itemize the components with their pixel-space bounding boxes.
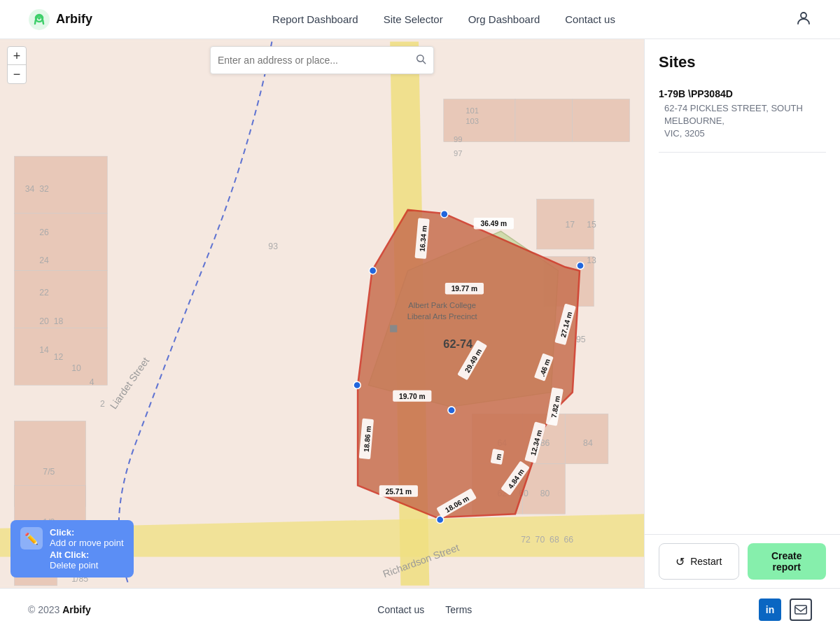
restart-button[interactable]: ↺ Restart [659,543,739,580]
user-icon[interactable] [795,10,812,29]
svg-text:32: 32 [39,184,49,194]
svg-text:13: 13 [587,255,596,265]
footer-social-icons: in [759,598,812,621]
site-address-line2: VIC, 3205 [664,128,705,139]
footer: © 2023 Arbify Contact us Terms in [0,588,840,630]
svg-text:26: 26 [39,227,49,237]
svg-text:18: 18 [54,316,64,326]
svg-text:7/5: 7/5 [43,467,55,477]
svg-text:95: 95 [576,335,586,344]
svg-text:2: 2 [100,399,105,409]
create-report-button[interactable]: Create report [748,543,827,580]
footer-copyright: © 2023 Arbify [28,604,91,615]
svg-rect-15 [14,214,107,271]
nav-site-selector[interactable]: Site Selector [384,13,443,25]
site-item: 1-79B \PP3084D 62-74 PICKLES STREET, SOU… [659,83,826,146]
logo[interactable]: Arbify [28,8,92,31]
pencil-icon: ✏️ [20,527,43,550]
svg-text:17: 17 [566,220,575,230]
site-address: 62-74 PICKLES STREET, SOUTH MELBOURNE, V… [659,102,826,141]
svg-text:36.49 m: 36.49 m [481,220,507,227]
svg-text:103: 103 [465,117,479,125]
alt-click-bold: Alt Click: [50,550,124,560]
nav-contact-us[interactable]: Contact us [565,13,615,25]
site-id: 1-79B \PP3084D [659,88,826,99]
svg-rect-8 [515,99,573,141]
svg-text:80: 80 [540,489,550,498]
linkedin-icon[interactable]: in [759,598,781,621]
svg-text:Albert Park College: Albert Park College [408,301,476,309]
click-hint-line2: Alt Click: Delete point [50,550,124,570]
arbify-logo-icon [28,8,50,31]
svg-line-102 [423,61,426,64]
header: Arbify Report Dashboard Site Selector Or… [0,0,840,39]
click-hint-desc: Add or move point [50,538,124,548]
svg-point-61 [441,211,448,218]
svg-text:19.70 m: 19.70 m [399,393,425,400]
main-nav: Report Dashboard Site Selector Org Dashb… [272,13,615,25]
search-input[interactable] [218,55,415,66]
svg-rect-98 [390,325,397,332]
svg-text:66: 66 [564,535,574,545]
map-container[interactable]: 103 101 99 97 34 32 26 24 22 20 18 14 12… [0,39,644,588]
svg-text:10: 10 [71,363,81,373]
panel-actions: ↺ Restart Create report [644,534,840,588]
svg-text:101: 101 [465,106,479,115]
restart-label: Restart [690,556,722,567]
zoom-in-button[interactable]: + [8,47,26,65]
map-controls: + − [7,46,27,84]
svg-rect-103 [795,606,807,614]
nav-report-dashboard[interactable]: Report Dashboard [272,13,358,25]
restart-icon: ↺ [676,555,685,568]
svg-text:4: 4 [90,377,94,387]
svg-text:m: m [494,453,503,461]
svg-text:84: 84 [583,438,593,448]
svg-text:68: 68 [550,535,559,545]
nav-org-dashboard[interactable]: Org Dashboard [468,13,540,25]
main-content: 103 101 99 97 34 32 26 24 22 20 18 14 12… [0,39,840,588]
footer-terms-link[interactable]: Terms [445,604,472,615]
footer-links: Contact us Terms [377,604,472,615]
svg-text:14: 14 [39,345,49,355]
svg-text:15: 15 [587,220,596,230]
alt-click-desc: Delete point [50,560,124,570]
click-hint-bold: Click: [50,527,124,538]
click-hint: ✏️ Click: Add or move point Alt Click: D… [10,520,134,578]
svg-point-65 [354,382,360,388]
svg-text:72: 72 [521,535,531,545]
divider [659,152,826,153]
sites-title: Sites [659,53,826,71]
svg-text:24: 24 [39,255,49,265]
svg-text:22: 22 [39,288,49,298]
click-hint-text: Click: Add or move point Alt Click: Dele… [50,527,124,570]
svg-text:99: 99 [454,135,463,144]
footer-contact-link[interactable]: Contact us [377,604,424,615]
svg-text:12: 12 [54,352,64,362]
svg-text:20: 20 [39,316,49,326]
svg-text:97: 97 [454,149,463,158]
svg-point-3 [801,13,806,18]
svg-point-63 [369,267,376,274]
svg-text:19.77 m: 19.77 m [451,285,478,293]
svg-text:34: 34 [25,184,35,194]
svg-point-62 [577,262,584,269]
svg-text:Liberal Arts Precinct: Liberal Arts Precinct [407,312,478,321]
svg-rect-9 [573,99,630,141]
logo-text: Arbify [56,12,92,27]
zoom-out-button[interactable]: − [8,65,26,83]
map-svg: 103 101 99 97 34 32 26 24 22 20 18 14 12… [0,39,644,588]
svg-text:62-74: 62-74 [443,337,472,350]
search-icon[interactable] [415,53,426,67]
svg-text:25.71 m: 25.71 m [386,488,412,496]
svg-point-2 [38,17,41,20]
map-search-bar[interactable] [210,46,434,74]
svg-text:93: 93 [268,241,278,251]
svg-text:70: 70 [536,535,545,545]
email-icon[interactable] [790,598,812,621]
site-address-line1: 62-74 PICKLES STREET, SOUTH MELBOURNE, [664,103,803,126]
click-hint-line1: Click: Add or move point [50,527,124,548]
svg-point-64 [448,407,455,414]
sites-panel: Sites 1-79B \PP3084D 62-74 PICKLES STREE… [644,39,840,588]
